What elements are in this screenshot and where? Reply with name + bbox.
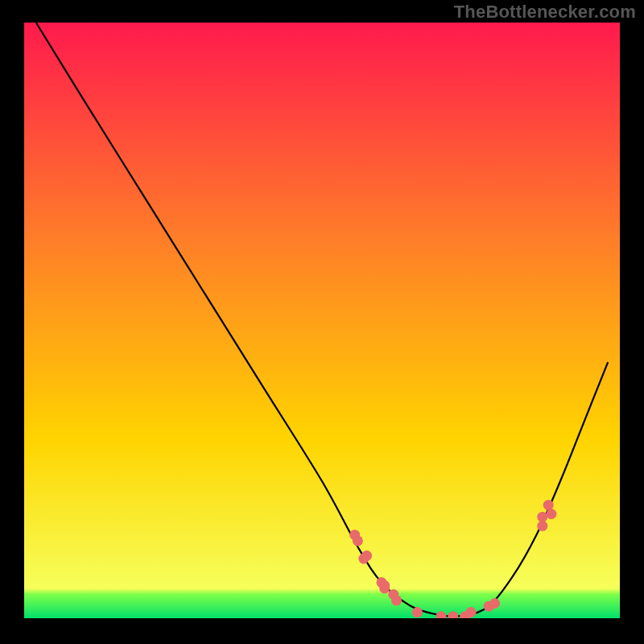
data-point xyxy=(377,577,387,588)
data-point xyxy=(388,589,398,600)
data-point xyxy=(489,598,500,609)
chart-frame: TheBottlenecker.com xyxy=(0,0,644,644)
data-point xyxy=(358,554,369,564)
data-point xyxy=(412,607,423,617)
attribution-text: TheBottlenecker.com xyxy=(454,2,636,23)
data-point xyxy=(537,512,547,522)
gradient-background xyxy=(24,23,620,618)
plot-area xyxy=(24,23,620,618)
data-point xyxy=(546,509,556,519)
data-point xyxy=(537,521,547,531)
data-point xyxy=(543,500,554,510)
data-point xyxy=(466,607,477,617)
bottleneck-chart xyxy=(24,23,620,618)
data-point xyxy=(349,530,360,540)
